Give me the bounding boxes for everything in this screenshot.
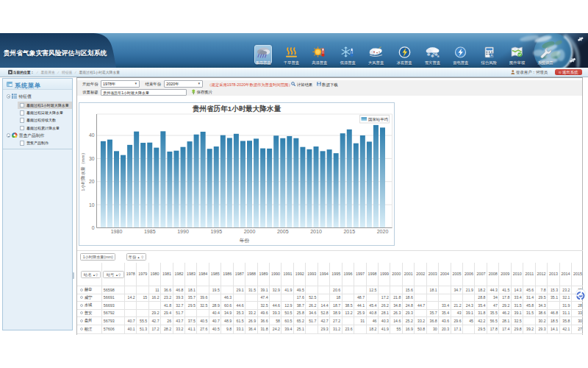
svg-text:年份: 年份 (240, 238, 250, 244)
svg-text:贵州省历年1小时最大降水量: 贵州省历年1小时最大降水量 (193, 105, 282, 113)
svg-text:2005: 2005 (277, 229, 289, 234)
svg-text:2020: 2020 (377, 229, 389, 234)
svg-text:30: 30 (89, 156, 95, 161)
svg-text:1985: 1985 (144, 229, 156, 234)
svg-text:2010: 2010 (310, 229, 322, 234)
svg-text:1995: 1995 (210, 229, 222, 234)
svg-text:国家站平均: 国家站平均 (368, 117, 388, 122)
svg-text:20: 20 (89, 179, 95, 184)
svg-text:1980: 1980 (111, 229, 123, 234)
svg-text:2000: 2000 (244, 229, 256, 234)
svg-text:1990: 1990 (177, 229, 189, 234)
svg-text:✻: ✻ (437, 54, 440, 58)
svg-text:2015: 2015 (343, 229, 355, 234)
svg-text:40: 40 (89, 132, 95, 138)
svg-text:1小时降水量（mm）: 1小时降水量（mm） (80, 150, 86, 191)
svg-text:10: 10 (89, 202, 95, 208)
svg-text:0: 0 (92, 225, 95, 230)
